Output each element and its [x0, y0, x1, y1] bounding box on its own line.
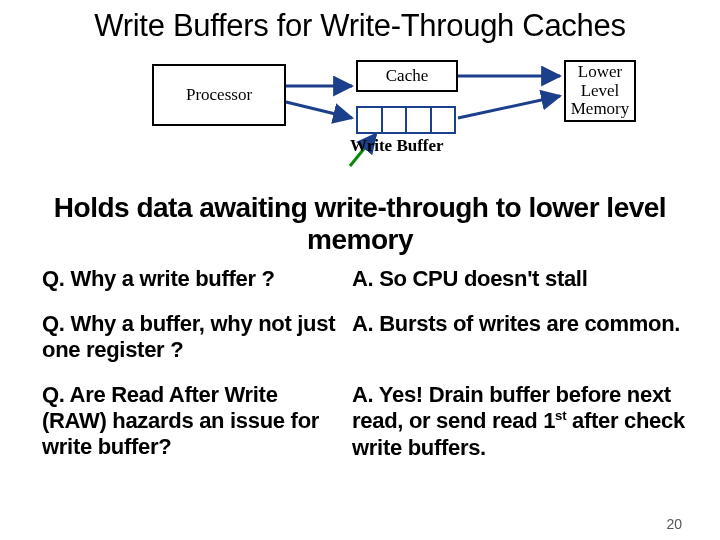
answer-1: A. So CPU doesn't stall: [352, 266, 720, 292]
architecture-diagram: Processor Cache Lower Level Memory Write…: [0, 54, 720, 194]
write-buffer-box: [356, 106, 456, 134]
write-buffer-label: Write Buffer: [350, 136, 444, 156]
answer-2: A. Bursts of writes are common.: [352, 311, 720, 337]
question-2: Q. Why a buffer, why not just one regist…: [42, 311, 342, 364]
cache-box: Cache: [356, 60, 458, 92]
page-number: 20: [666, 516, 682, 532]
question-3: Q. Are Read After Write (RAW) hazards an…: [42, 382, 342, 461]
slide-title: Write Buffers for Write-Through Caches: [0, 0, 720, 44]
memory-box: Lower Level Memory: [564, 60, 636, 122]
processor-box: Processor: [152, 64, 286, 126]
qa-grid: Q. Why a write buffer ? A. So CPU doesn'…: [0, 266, 720, 461]
answer-3: A. Yes! Drain buffer before next read, o…: [352, 382, 720, 462]
question-1: Q. Why a write buffer ?: [42, 266, 342, 292]
subtitle: Holds data awaiting write-through to low…: [0, 192, 720, 256]
svg-line-3: [458, 96, 560, 118]
svg-line-1: [286, 102, 352, 118]
